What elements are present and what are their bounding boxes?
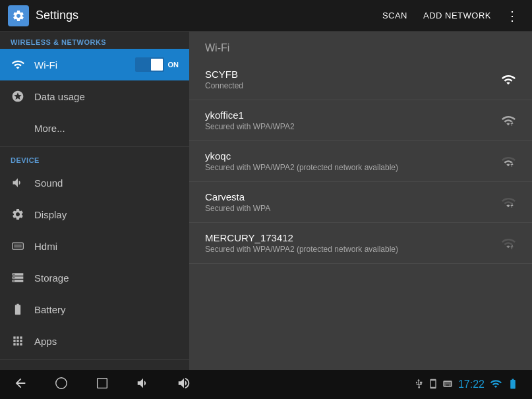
svg-rect-1 <box>14 245 22 248</box>
sidebar-item-storage[interactable]: Storage <box>0 262 189 293</box>
sidebar-item-hdmi-label: Hdmi <box>34 241 179 252</box>
toggle-knob <box>151 59 163 71</box>
sidebar-item-display[interactable]: Display <box>0 199 189 230</box>
wifi-toggle[interactable]: ON <box>135 57 179 72</box>
network-status-scyfb: Connected <box>205 81 500 90</box>
svg-rect-7 <box>98 378 107 388</box>
network-status-carvesta: Secured with WPA <box>205 204 500 213</box>
scan-button[interactable]: SCAN <box>376 7 414 24</box>
data-usage-icon <box>11 89 25 104</box>
apps-icon <box>11 334 25 348</box>
wifi-panel: Wi-Fi SCYFB Connected ykoffice1 Secur <box>189 32 532 370</box>
more-icon <box>11 121 25 135</box>
settings-app-icon <box>8 5 29 26</box>
network-name-scyfb: SCYFB <box>205 69 500 80</box>
battery-icon <box>11 302 25 317</box>
phone-icon <box>428 379 438 391</box>
add-network-button[interactable]: ADD NETWORK <box>417 7 498 24</box>
main-content: WIRELESS & NETWORKS Wi-Fi ON Data <box>0 32 532 370</box>
sidebar-item-sound-label: Sound <box>34 177 179 189</box>
section-label-device: DEVICE <box>0 150 189 167</box>
network-status-ykoqc: Secured with WPA/WPA2 (protected network… <box>205 163 500 172</box>
wifi-signal-ykoffice1 <box>500 113 516 129</box>
sidebar: WIRELESS & NETWORKS Wi-Fi ON Data <box>0 32 189 370</box>
sidebar-item-battery[interactable]: Battery <box>0 293 189 325</box>
network-name-ykoqc: ykoqc <box>205 150 500 162</box>
network-item-ykoqc[interactable]: ykoqc Secured with WPA/WPA2 (protected n… <box>189 141 532 182</box>
sidebar-item-more[interactable]: More... <box>0 112 189 144</box>
wifi-signal-scyfb <box>500 72 516 88</box>
wifi-signal-ykoqc <box>500 154 516 169</box>
network-status-mercury: Secured with WPA/WPA2 (protected network… <box>205 245 500 254</box>
sidebar-item-battery-label: Battery <box>34 304 179 315</box>
network-item-ykoffice1[interactable]: ykoffice1 Secured with WPA/WPA2 <box>189 100 532 141</box>
storage-icon <box>11 270 25 285</box>
svg-point-6 <box>56 377 67 388</box>
sidebar-item-wifi-label: Wi-Fi <box>34 59 126 71</box>
hdmi-icon <box>11 239 25 253</box>
volume-button[interactable] <box>136 376 150 394</box>
wifi-signal-mercury <box>500 235 516 251</box>
status-icons <box>413 379 453 391</box>
volume-up-button[interactable] <box>177 376 191 394</box>
divider-2 <box>0 359 189 360</box>
section-label-personal: PERSONAL <box>0 363 189 370</box>
home-button[interactable] <box>54 376 69 394</box>
sidebar-item-sound[interactable]: Sound <box>0 167 189 199</box>
battery-status-icon <box>507 378 519 392</box>
overflow-menu-button[interactable]: ⋮ <box>500 4 524 28</box>
network-name-carvesta: Carvesta <box>205 191 500 202</box>
top-bar-left: Settings <box>8 5 376 26</box>
network-info-ykoffice1: ykoffice1 Secured with WPA/WPA2 <box>205 109 500 131</box>
clock: 17:22 <box>458 379 485 390</box>
network-info-carvesta: Carvesta Secured with WPA <box>205 191 500 213</box>
recents-button[interactable] <box>95 376 109 394</box>
bottom-bar: 17:22 <box>0 370 532 399</box>
network-name-ykoffice1: ykoffice1 <box>205 109 500 121</box>
sidebar-item-data-label: Data usage <box>34 91 179 102</box>
sidebar-item-apps-label: Apps <box>34 336 179 347</box>
nav-buttons <box>13 376 191 394</box>
divider-1 <box>0 146 189 147</box>
network-status-ykoffice1: Secured with WPA/WPA2 <box>205 122 500 131</box>
wifi-panel-title: Wi-Fi <box>189 32 532 59</box>
sidebar-item-more-label: More... <box>34 123 179 134</box>
sidebar-item-apps[interactable]: Apps <box>0 325 189 357</box>
display-icon <box>11 207 25 222</box>
sidebar-item-data-usage[interactable]: Data usage <box>0 80 189 112</box>
keyboard-icon <box>442 379 453 391</box>
network-name-mercury: MERCURY_173412 <box>205 232 500 243</box>
sidebar-item-display-label: Display <box>34 209 179 220</box>
network-item-mercury[interactable]: MERCURY_173412 Secured with WPA/WPA2 (pr… <box>189 223 532 264</box>
usb-icon <box>413 379 424 391</box>
back-button[interactable] <box>13 376 28 394</box>
network-item-carvesta[interactable]: Carvesta Secured with WPA <box>189 182 532 223</box>
sidebar-item-storage-label: Storage <box>34 272 179 284</box>
wifi-icon <box>11 57 25 72</box>
sidebar-item-wifi[interactable]: Wi-Fi ON <box>0 49 189 80</box>
network-list: SCYFB Connected ykoffice1 Secured with W… <box>189 59 532 264</box>
network-info-mercury: MERCURY_173412 Secured with WPA/WPA2 (pr… <box>205 232 500 254</box>
page-title: Settings <box>36 9 78 22</box>
wifi-toggle-bar[interactable] <box>135 57 164 72</box>
network-info-scyfb: SCYFB Connected <box>205 69 500 90</box>
top-bar-actions: SCAN ADD NETWORK ⋮ <box>376 4 524 28</box>
sidebar-item-hdmi[interactable]: Hdmi <box>0 230 189 262</box>
network-info-ykoqc: ykoqc Secured with WPA/WPA2 (protected n… <box>205 150 500 172</box>
top-bar: Settings SCAN ADD NETWORK ⋮ <box>0 0 532 32</box>
wifi-toggle-label: ON <box>168 61 179 69</box>
wifi-signal-carvesta <box>500 195 516 210</box>
status-bar-right: 17:22 <box>413 378 519 392</box>
wifi-status-icon <box>490 378 502 392</box>
network-item-scyfb[interactable]: SCYFB Connected <box>189 59 532 100</box>
section-label-wireless: WIRELESS & NETWORKS <box>0 32 189 49</box>
sound-icon <box>11 175 25 190</box>
